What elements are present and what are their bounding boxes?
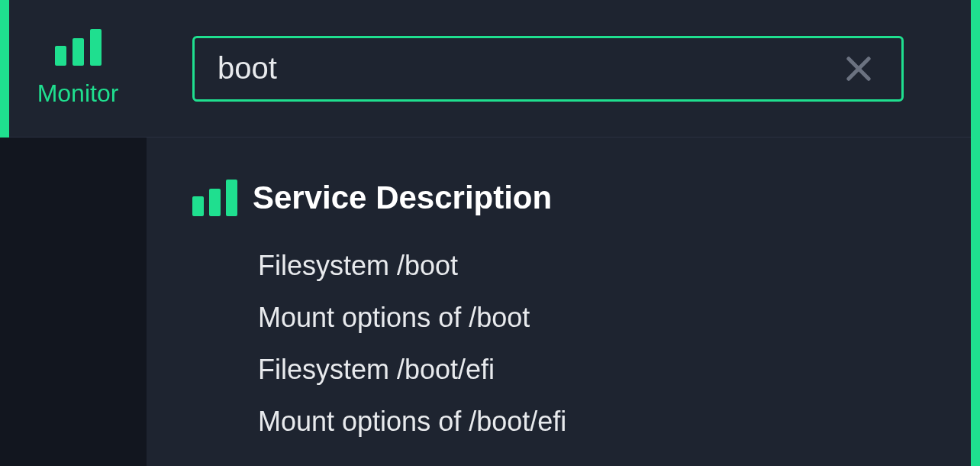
section-title: Service Description xyxy=(253,180,552,216)
list-item[interactable]: Filesystem /boot xyxy=(258,250,934,282)
clear-search-button[interactable] xyxy=(839,49,878,89)
monitor-tab[interactable]: Monitor xyxy=(9,0,147,137)
bars-icon xyxy=(55,29,102,66)
list-item[interactable]: Mount options of /boot xyxy=(258,302,934,334)
accent-bar-left xyxy=(0,0,9,138)
accent-bar-right xyxy=(971,0,980,466)
close-icon xyxy=(845,55,872,83)
search-input[interactable] xyxy=(218,51,839,86)
list-item[interactable]: Mount options of /boot/efi xyxy=(258,406,934,438)
section-header: Service Description xyxy=(192,180,934,216)
content-area: Service Description Filesystem /boot Mou… xyxy=(147,138,980,466)
search-container xyxy=(147,36,980,102)
results-list: Filesystem /boot Mount options of /boot … xyxy=(192,250,934,438)
header: Monitor xyxy=(0,0,980,138)
list-item[interactable]: Filesystem /boot/efi xyxy=(258,354,934,386)
bars-icon xyxy=(192,180,237,216)
search-box xyxy=(192,36,904,102)
left-sidebar xyxy=(0,138,147,466)
body-area: Service Description Filesystem /boot Mou… xyxy=(0,138,980,466)
monitor-tab-label: Monitor xyxy=(37,79,119,108)
